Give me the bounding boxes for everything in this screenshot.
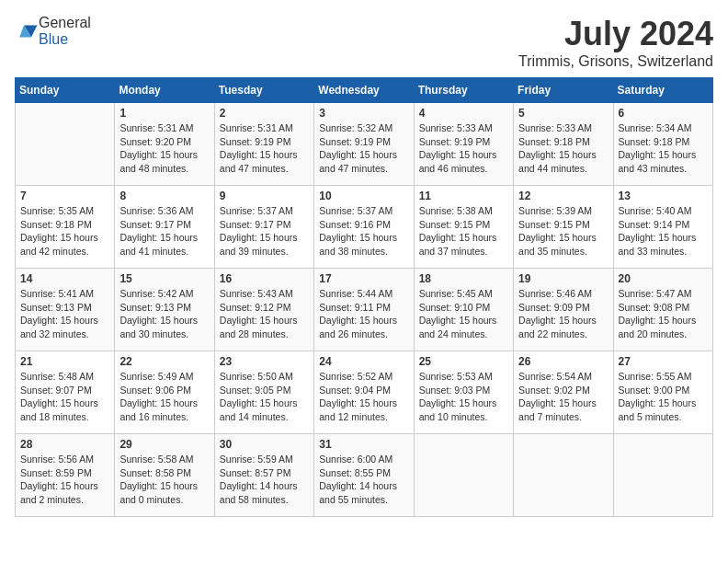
calendar-week-row: 21Sunrise: 5:48 AM Sunset: 9:07 PM Dayli…: [16, 351, 713, 434]
calendar-cell: 3Sunrise: 5:32 AM Sunset: 9:19 PM Daylig…: [314, 103, 414, 186]
calendar-header-row: SundayMondayTuesdayWednesdayThursdayFrid…: [16, 78, 713, 103]
calendar-week-row: 14Sunrise: 5:41 AM Sunset: 9:13 PM Dayli…: [16, 269, 713, 351]
cell-content: Sunrise: 5:44 AM Sunset: 9:11 PM Dayligh…: [319, 287, 408, 341]
calendar-cell: 1Sunrise: 5:31 AM Sunset: 9:20 PM Daylig…: [115, 103, 214, 186]
calendar-cell: 20Sunrise: 5:47 AM Sunset: 9:08 PM Dayli…: [613, 269, 712, 351]
calendar-cell: 7Sunrise: 5:35 AM Sunset: 9:18 PM Daylig…: [16, 186, 115, 269]
calendar-body: 1Sunrise: 5:31 AM Sunset: 9:20 PM Daylig…: [16, 103, 713, 517]
day-number: 20: [619, 272, 708, 285]
col-header-saturday: Saturday: [613, 78, 712, 103]
day-number: 25: [419, 355, 508, 368]
calendar-week-row: 28Sunrise: 5:56 AM Sunset: 8:59 PM Dayli…: [16, 434, 713, 517]
cell-content: Sunrise: 5:50 AM Sunset: 9:05 PM Dayligh…: [220, 370, 309, 424]
day-number: 30: [220, 438, 309, 451]
logo: General Blue: [15, 15, 91, 48]
cell-content: Sunrise: 5:56 AM Sunset: 8:59 PM Dayligh…: [20, 453, 109, 507]
calendar-cell: 5Sunrise: 5:33 AM Sunset: 9:18 PM Daylig…: [514, 103, 613, 186]
day-number: 23: [220, 355, 309, 368]
cell-content: Sunrise: 5:36 AM Sunset: 9:17 PM Dayligh…: [119, 204, 209, 259]
calendar-cell: 19Sunrise: 5:46 AM Sunset: 9:09 PM Dayli…: [514, 269, 613, 351]
day-number: 5: [518, 107, 608, 120]
calendar-week-row: 1Sunrise: 5:31 AM Sunset: 9:20 PM Daylig…: [16, 103, 713, 186]
calendar-cell: 8Sunrise: 5:36 AM Sunset: 9:17 PM Daylig…: [115, 186, 214, 269]
calendar-cell: 23Sunrise: 5:50 AM Sunset: 9:05 PM Dayli…: [214, 351, 313, 434]
cell-content: Sunrise: 5:43 AM Sunset: 9:12 PM Dayligh…: [220, 287, 309, 341]
calendar-cell: 22Sunrise: 5:49 AM Sunset: 9:06 PM Dayli…: [115, 351, 214, 434]
cell-content: Sunrise: 5:40 AM Sunset: 9:14 PM Dayligh…: [619, 204, 708, 259]
day-number: 31: [319, 438, 408, 451]
calendar-cell: 29Sunrise: 5:58 AM Sunset: 8:58 PM Dayli…: [115, 434, 214, 517]
day-number: 6: [619, 107, 708, 120]
col-header-sunday: Sunday: [16, 78, 115, 103]
calendar-cell: 31Sunrise: 6:00 AM Sunset: 8:55 PM Dayli…: [314, 434, 414, 517]
calendar-cell: 27Sunrise: 5:55 AM Sunset: 9:00 PM Dayli…: [613, 351, 712, 434]
calendar-cell: 9Sunrise: 5:37 AM Sunset: 9:17 PM Daylig…: [214, 186, 313, 269]
calendar-cell: 25Sunrise: 5:53 AM Sunset: 9:03 PM Dayli…: [414, 351, 513, 434]
calendar-cell: 28Sunrise: 5:56 AM Sunset: 8:59 PM Dayli…: [16, 434, 115, 517]
calendar-table: SundayMondayTuesdayWednesdayThursdayFrid…: [15, 77, 713, 517]
day-number: 4: [419, 107, 508, 120]
cell-content: Sunrise: 5:52 AM Sunset: 9:04 PM Dayligh…: [319, 370, 408, 424]
calendar-cell: 16Sunrise: 5:43 AM Sunset: 9:12 PM Dayli…: [214, 269, 313, 351]
cell-content: Sunrise: 5:48 AM Sunset: 9:07 PM Dayligh…: [20, 370, 109, 424]
day-number: 18: [419, 272, 508, 285]
day-number: 19: [518, 272, 608, 285]
calendar-cell: 24Sunrise: 5:52 AM Sunset: 9:04 PM Dayli…: [314, 351, 414, 434]
logo-blue-text: Blue: [39, 31, 68, 47]
calendar-cell: 12Sunrise: 5:39 AM Sunset: 9:15 PM Dayli…: [514, 186, 613, 269]
day-number: 7: [20, 190, 109, 202]
cell-content: Sunrise: 6:00 AM Sunset: 8:55 PM Dayligh…: [319, 453, 408, 507]
calendar-cell: 6Sunrise: 5:34 AM Sunset: 9:18 PM Daylig…: [613, 103, 712, 186]
day-number: 14: [20, 272, 109, 285]
calendar-cell: 26Sunrise: 5:54 AM Sunset: 9:02 PM Dayli…: [514, 351, 613, 434]
cell-content: Sunrise: 5:54 AM Sunset: 9:02 PM Dayligh…: [518, 370, 608, 424]
calendar-cell: [514, 434, 613, 517]
calendar-cell: 2Sunrise: 5:31 AM Sunset: 9:19 PM Daylig…: [214, 103, 313, 186]
cell-content: Sunrise: 5:35 AM Sunset: 9:18 PM Dayligh…: [20, 204, 109, 259]
day-number: 22: [119, 355, 209, 368]
col-header-friday: Friday: [514, 78, 613, 103]
cell-content: Sunrise: 5:34 AM Sunset: 9:18 PM Dayligh…: [619, 121, 708, 176]
day-number: 24: [319, 355, 408, 368]
calendar-cell: [16, 103, 115, 186]
cell-content: Sunrise: 5:45 AM Sunset: 9:10 PM Dayligh…: [419, 287, 508, 341]
day-number: 1: [119, 107, 209, 120]
calendar-cell: [613, 434, 712, 517]
col-header-wednesday: Wednesday: [314, 78, 414, 103]
cell-content: Sunrise: 5:53 AM Sunset: 9:03 PM Dayligh…: [419, 370, 508, 424]
day-number: 12: [518, 190, 608, 202]
day-number: 26: [518, 355, 608, 368]
day-number: 9: [220, 190, 309, 202]
logo-icon: [17, 22, 39, 40]
cell-content: Sunrise: 5:47 AM Sunset: 9:08 PM Dayligh…: [619, 287, 708, 341]
col-header-thursday: Thursday: [414, 78, 513, 103]
calendar-cell: [414, 434, 513, 517]
cell-content: Sunrise: 5:31 AM Sunset: 9:20 PM Dayligh…: [119, 121, 209, 176]
month-title: July 2024: [518, 15, 713, 53]
cell-content: Sunrise: 5:33 AM Sunset: 9:18 PM Dayligh…: [518, 121, 608, 176]
calendar-cell: 21Sunrise: 5:48 AM Sunset: 9:07 PM Dayli…: [16, 351, 115, 434]
cell-content: Sunrise: 5:58 AM Sunset: 8:58 PM Dayligh…: [119, 453, 209, 507]
cell-content: Sunrise: 5:33 AM Sunset: 9:19 PM Dayligh…: [419, 121, 508, 176]
day-number: 10: [319, 190, 408, 202]
cell-content: Sunrise: 5:49 AM Sunset: 9:06 PM Dayligh…: [119, 370, 209, 424]
day-number: 27: [619, 355, 708, 368]
cell-content: Sunrise: 5:39 AM Sunset: 9:15 PM Dayligh…: [518, 204, 608, 259]
day-number: 3: [319, 107, 408, 120]
cell-content: Sunrise: 5:41 AM Sunset: 9:13 PM Dayligh…: [20, 287, 109, 341]
calendar-cell: 18Sunrise: 5:45 AM Sunset: 9:10 PM Dayli…: [414, 269, 513, 351]
day-number: 29: [119, 438, 209, 451]
day-number: 16: [220, 272, 309, 285]
calendar-cell: 11Sunrise: 5:38 AM Sunset: 9:15 PM Dayli…: [414, 186, 513, 269]
cell-content: Sunrise: 5:37 AM Sunset: 9:17 PM Dayligh…: [220, 204, 309, 259]
day-number: 15: [119, 272, 209, 285]
day-number: 28: [20, 438, 109, 451]
day-number: 13: [619, 190, 708, 202]
day-number: 2: [220, 107, 309, 120]
calendar-week-row: 7Sunrise: 5:35 AM Sunset: 9:18 PM Daylig…: [16, 186, 713, 269]
calendar-cell: 13Sunrise: 5:40 AM Sunset: 9:14 PM Dayli…: [613, 186, 712, 269]
day-number: 8: [119, 190, 209, 202]
col-header-tuesday: Tuesday: [214, 78, 313, 103]
page-header: General Blue July 2024 Trimmis, Grisons,…: [15, 15, 713, 70]
logo-general-text: General: [39, 15, 91, 30]
